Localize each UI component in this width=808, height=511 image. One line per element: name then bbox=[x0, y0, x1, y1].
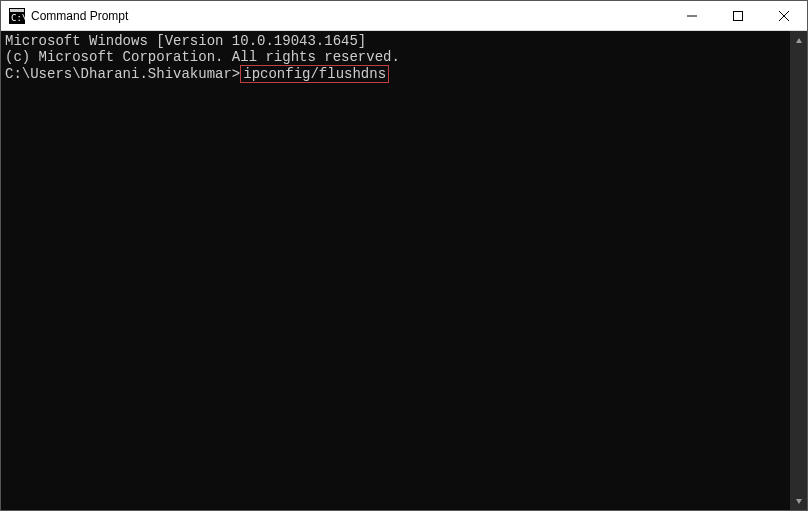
terminal-output[interactable]: Microsoft Windows [Version 10.0.19043.16… bbox=[1, 31, 790, 510]
command-highlight: ipconfig/flushdns bbox=[240, 65, 389, 83]
scroll-down-arrow[interactable] bbox=[791, 493, 806, 508]
vertical-scrollbar[interactable] bbox=[790, 31, 807, 510]
close-button[interactable] bbox=[761, 1, 807, 30]
command-text: ipconfig/flushdns bbox=[243, 66, 386, 82]
svg-rect-4 bbox=[734, 11, 743, 20]
svg-rect-1 bbox=[10, 9, 24, 12]
command-prompt-window: C:\ Command Prompt Microsoft Windows [Ve… bbox=[0, 0, 808, 511]
window-controls bbox=[669, 1, 807, 30]
version-line: Microsoft Windows [Version 10.0.19043.16… bbox=[5, 33, 786, 49]
svg-text:C:\: C:\ bbox=[11, 13, 25, 23]
cmd-icon: C:\ bbox=[9, 8, 25, 24]
window-title: Command Prompt bbox=[31, 9, 669, 23]
terminal-area: Microsoft Windows [Version 10.0.19043.16… bbox=[1, 31, 807, 510]
titlebar[interactable]: C:\ Command Prompt bbox=[1, 1, 807, 31]
prompt-line: C:\Users\Dharani.Shivakumar>ipconfig/flu… bbox=[5, 65, 786, 83]
copyright-line: (c) Microsoft Corporation. All rights re… bbox=[5, 49, 786, 65]
scroll-track[interactable] bbox=[790, 48, 807, 493]
maximize-button[interactable] bbox=[715, 1, 761, 30]
prompt-path: C:\Users\Dharani.Shivakumar> bbox=[5, 66, 240, 82]
svg-marker-8 bbox=[796, 499, 802, 504]
svg-marker-7 bbox=[796, 38, 802, 43]
scroll-up-arrow[interactable] bbox=[791, 33, 806, 48]
minimize-button[interactable] bbox=[669, 1, 715, 30]
